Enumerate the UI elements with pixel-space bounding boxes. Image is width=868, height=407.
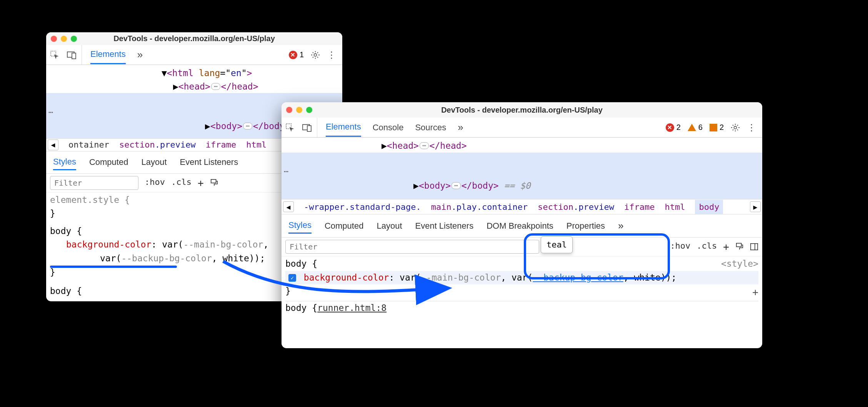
svg-rect-4: [211, 179, 216, 183]
subtabs-overflow-icon[interactable]: »: [618, 218, 623, 234]
property-toggle-checkbox[interactable]: ✓: [288, 274, 296, 282]
gear-icon[interactable]: [731, 123, 740, 132]
new-property-button[interactable]: +: [752, 284, 758, 300]
zoom-icon[interactable]: [71, 36, 77, 42]
filter-input[interactable]: [285, 240, 539, 254]
kebab-menu-icon[interactable]: ⋮: [747, 122, 756, 133]
subtab-computed[interactable]: Computed: [89, 155, 128, 169]
subtab-dom-breakpoints[interactable]: DOM Breakpoints: [486, 219, 553, 233]
new-rule-button[interactable]: +: [723, 241, 729, 253]
svg-point-3: [314, 53, 317, 56]
source-link[interactable]: runner.html:8: [317, 301, 387, 315]
breadcrumb-item[interactable]: section.preview: [119, 140, 196, 150]
cls-toggle[interactable]: .cls: [696, 241, 717, 253]
tabs-overflow-icon[interactable]: »: [137, 45, 143, 65]
device-toolbar-icon[interactable]: [66, 51, 77, 59]
paint-icon[interactable]: [210, 177, 218, 189]
error-count[interactable]: ✕2: [666, 123, 681, 132]
hov-toggle[interactable]: :hov: [145, 177, 165, 189]
breadcrumb-item[interactable]: section.preview: [538, 202, 614, 212]
devtools-toolbar: Elements » ✕ 1 ⋮: [46, 45, 342, 65]
warning-count[interactable]: 6: [688, 123, 703, 132]
tab-sources[interactable]: Sources: [415, 119, 446, 136]
breadcrumb-item[interactable]: iframe: [624, 202, 655, 212]
breadcrumb-item[interactable]: iframe: [206, 140, 236, 150]
annotation-highlight-ring: [524, 233, 670, 279]
minimize-icon[interactable]: [296, 107, 302, 113]
breadcrumb-item[interactable]: ontainer: [68, 140, 109, 150]
error-icon: ✕: [289, 51, 297, 59]
tabs-overflow-icon[interactable]: »: [458, 118, 463, 137]
tab-elements[interactable]: Elements: [326, 118, 361, 137]
subtab-properties[interactable]: Properties: [566, 219, 605, 233]
subtab-styles[interactable]: Styles: [288, 218, 312, 234]
hov-toggle[interactable]: :hov: [670, 241, 690, 253]
close-icon[interactable]: [51, 36, 57, 42]
breadcrumb-item[interactable]: html: [246, 140, 267, 150]
styles-pane[interactable]: body {<style> ✓ background-color: var(--…: [282, 256, 762, 318]
subtab-eventlisteners[interactable]: Event Listeners: [180, 155, 238, 169]
breadcrumb: ◀ -wrapper.standard-page. main.play.cont…: [282, 199, 762, 214]
warning-icon: [688, 124, 696, 131]
gear-icon[interactable]: [311, 50, 320, 60]
source-link[interactable]: <style>: [721, 257, 758, 271]
subtab-styles[interactable]: Styles: [53, 154, 76, 170]
zoom-icon[interactable]: [306, 107, 312, 113]
svg-rect-7: [307, 126, 311, 131]
filter-input[interactable]: [50, 176, 138, 190]
minimize-icon[interactable]: [61, 36, 67, 42]
inspect-icon[interactable]: [285, 123, 295, 132]
error-count[interactable]: ✕ 1: [289, 50, 304, 59]
kebab-menu-icon[interactable]: ⋮: [327, 50, 336, 60]
subtab-layout[interactable]: Layout: [141, 155, 167, 169]
annotation-underline: [50, 266, 177, 268]
breadcrumb-back-button[interactable]: ◀: [283, 201, 294, 212]
styles-tab-strip: Styles Computed Layout Event Listeners D…: [282, 214, 762, 238]
inspect-icon[interactable]: [50, 50, 59, 60]
computed-panel-icon[interactable]: [750, 241, 758, 253]
subtab-layout[interactable]: Layout: [377, 219, 402, 233]
breadcrumb-item[interactable]: html: [665, 202, 685, 212]
window-controls: [51, 36, 77, 42]
ellipsis-icon: ⋯: [284, 166, 289, 177]
breadcrumb-item[interactable]: main.play.container: [431, 202, 528, 212]
window-title: DevTools - developer.mozilla.org/en-US/p…: [282, 106, 762, 115]
dom-tree[interactable]: ▶<head>⋯</head> ⋯ ▶<body>⋯</body> == $0 …: [282, 138, 762, 199]
breadcrumb-fwd-button[interactable]: ▶: [750, 201, 761, 212]
devtools-window-b: DevTools - developer.mozilla.org/en-US/p…: [282, 102, 762, 348]
breadcrumb-item[interactable]: -wrapper.standard-page.: [304, 202, 421, 212]
breadcrumb-item-active[interactable]: body: [695, 200, 723, 214]
device-toolbar-icon[interactable]: [302, 123, 312, 132]
styles-filter-row: :hov .cls +: [282, 238, 762, 256]
subtab-eventlisteners[interactable]: Event Listeners: [415, 219, 474, 233]
titlebar[interactable]: DevTools - developer.mozilla.org/en-US/p…: [282, 102, 762, 118]
titlebar[interactable]: DevTools - developer.mozilla.org/en-US/p…: [46, 32, 342, 45]
subtab-computed[interactable]: Computed: [325, 219, 364, 233]
svg-rect-2: [72, 53, 76, 59]
window-controls: [286, 107, 312, 113]
issue-icon: [710, 124, 717, 131]
error-icon: ✕: [666, 123, 674, 132]
svg-rect-9: [736, 243, 741, 247]
paint-icon[interactable]: [735, 241, 744, 253]
devtools-toolbar: Elements Console Sources » ✕2 6 2 ⋮: [282, 118, 762, 138]
window-title: DevTools - developer.mozilla.org/en-US/p…: [46, 34, 342, 43]
cls-toggle[interactable]: .cls: [171, 177, 192, 189]
tab-console[interactable]: Console: [373, 119, 404, 136]
tab-elements[interactable]: Elements: [90, 45, 126, 64]
issue-count[interactable]: 2: [710, 123, 724, 132]
ellipsis-icon: ⋯: [48, 106, 54, 118]
close-icon[interactable]: [286, 107, 292, 113]
breadcrumb-back-button[interactable]: ◀: [48, 140, 58, 150]
svg-rect-10: [751, 244, 758, 250]
new-rule-button[interactable]: +: [198, 177, 204, 189]
svg-point-8: [734, 126, 737, 129]
